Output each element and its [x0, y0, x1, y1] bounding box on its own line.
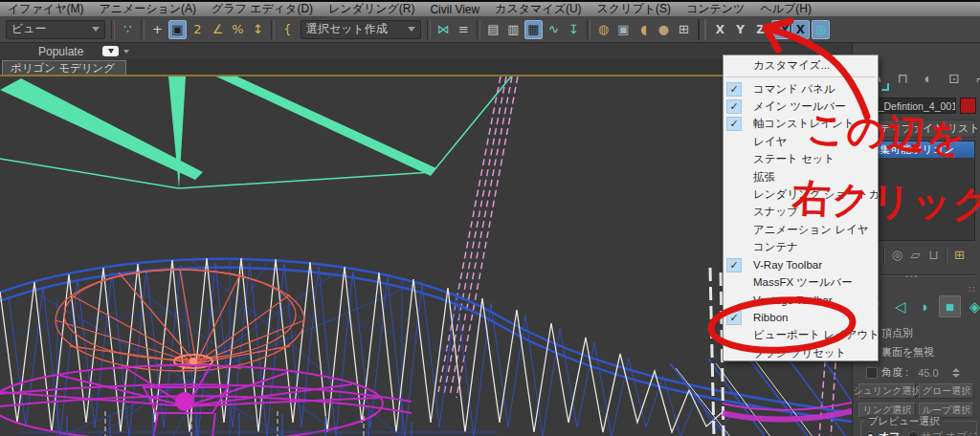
ribbon-toggle-icon[interactable]: ▦ [524, 20, 543, 39]
shrink-button[interactable]: シュリンク選択 [858, 383, 916, 399]
render-grid-icon[interactable]: ⊞ [675, 20, 693, 39]
by-angle-checkbox[interactable] [866, 367, 878, 379]
context-menu-item-6[interactable]: 拡張 [724, 168, 878, 185]
context-menu-item-11[interactable]: ✓V-Ray Toolbar [724, 256, 878, 273]
context-menu-item-13[interactable]: Vantage Toolbar [724, 292, 878, 309]
preview-selection-group: プレビュー選択 オフ サブ オブジェクト マルチ [860, 421, 977, 436]
menu-item-5[interactable]: カスタマイズ(U) [487, 1, 589, 17]
axis-z-button[interactable]: Z [751, 20, 769, 39]
menu-item-6[interactable]: スクリプト(S) [590, 1, 679, 17]
check-placeholder [726, 293, 742, 307]
rendered-frame-window-icon[interactable]: ◖ [635, 20, 653, 39]
preview-subobject-label: サブ オブジェクト [922, 429, 980, 436]
use-selection-center-icon[interactable]: ▣ [168, 20, 187, 39]
curve-editor-icon[interactable]: ∿ [545, 20, 563, 39]
snaps-toggle-2d-icon[interactable]: 2 [189, 20, 207, 39]
context-menu-item-8[interactable]: スナップ [724, 204, 878, 221]
context-menu-item-14[interactable]: ✓Ribbon [724, 309, 878, 326]
check-placeholder [726, 346, 742, 360]
context-menu-item-10[interactable]: コンテナ [724, 239, 878, 256]
chevron-down-icon[interactable] [123, 50, 129, 54]
context-menu-item-9[interactable]: アニメーション レイヤ [724, 221, 878, 238]
select-and-place-icon[interactable]: ∵ [119, 20, 137, 39]
named-selection-set-dropdown[interactable]: 選択セット作成 [301, 20, 421, 39]
ribbon-tab-populate[interactable]: Populate [38, 45, 83, 58]
polygon-subobject-icon[interactable]: ■ [939, 295, 961, 317]
context-menu-item-16[interactable]: ブラシ プリセット [724, 344, 878, 361]
menu-item-1[interactable]: アニメーション(A) [91, 1, 204, 17]
select-and-move-icon[interactable]: + [148, 20, 167, 39]
command-panel-tabs: ✎⊓◐⊡⌐ [866, 68, 980, 89]
display-tab-icon[interactable]: ⊡ [944, 68, 965, 89]
context-menu-item-3[interactable]: ✓軸コンストレイント [724, 116, 878, 133]
chevron-down-icon [92, 27, 100, 32]
render-setup-icon[interactable]: ▣ [614, 20, 633, 39]
chevron-down-icon [408, 27, 415, 32]
angle-spinner[interactable] [952, 368, 960, 378]
angle-label: 角度 : [881, 365, 908, 380]
check-placeholder [726, 205, 742, 219]
rollout-options-icon[interactable]: ∷ [969, 284, 974, 294]
edge-subobject-icon[interactable]: ◁ [889, 295, 911, 317]
context-menu-item-2[interactable]: ✓メイン ツールバー [724, 98, 878, 115]
check-placeholder [726, 275, 742, 290]
context-menu-item-7[interactable]: レンダリング ショートカット [724, 185, 878, 203]
check-placeholder [726, 152, 742, 166]
axis-y-button[interactable]: Y [731, 20, 749, 39]
check-placeholder [726, 58, 742, 73]
material-editor-icon[interactable]: ◍ [594, 20, 612, 39]
populate-minimize-icon[interactable] [102, 46, 119, 56]
axis-lock-button[interactable]: X [791, 20, 810, 39]
grow-button[interactable]: グロー選択 [919, 383, 974, 399]
angle-snap-icon[interactable]: ∠ [209, 20, 227, 39]
menu-item-7[interactable]: コンテンツ [679, 1, 752, 17]
axis-x-button[interactable]: X [711, 20, 729, 39]
context-menu-item-15[interactable]: ビューポート レイアウト タブ [724, 326, 878, 343]
context-menu-item-5[interactable]: ステート セット [724, 151, 878, 168]
show-end-result-icon[interactable]: ◎ [888, 246, 906, 264]
remove-modifier-icon[interactable]: ⊔ [924, 246, 943, 264]
modifier-stack: 編集可能ポリゴン [864, 141, 975, 241]
subobject-level-row: ∵◁◗■◈ [864, 295, 980, 317]
selection-region-circle-icon[interactable]: ◎ [812, 20, 830, 39]
preview-selection-header: プレビュー選択 [865, 415, 942, 428]
schematic-view-icon[interactable]: ↧ [565, 20, 583, 39]
preview-off-radio[interactable] [865, 431, 876, 436]
preview-off-label: オフ [879, 429, 901, 436]
menu-item-3[interactable]: レンダリング(R) [321, 1, 422, 17]
mirror-icon[interactable]: ⋈ [434, 20, 453, 39]
edit-named-selection-sets-icon[interactable]: { [278, 20, 297, 39]
spinner-snap-icon[interactable]: ↕ [249, 20, 267, 39]
axis-xy-plane-button[interactable]: XY [771, 20, 790, 39]
render-production-icon[interactable]: ● [655, 20, 673, 39]
configure-modifier-sets-icon[interactable]: ⊞ [950, 246, 969, 264]
align-icon[interactable]: ≡ [455, 20, 473, 39]
menu-item-8[interactable]: ヘルプ(H) [752, 1, 819, 17]
modifier-list-dropdown[interactable]: モディファイヤ リスト [864, 120, 975, 138]
context-menu-item-12[interactable]: MassFX ツールバー [724, 273, 878, 291]
object-color-swatch[interactable] [960, 98, 976, 114]
angle-value[interactable]: 45.0 [918, 367, 938, 379]
hierarchy-tab-icon[interactable]: ⊓ [892, 68, 913, 89]
check-icon: ✓ [726, 82, 742, 97]
context-menu-item-1[interactable]: ✓コマンド パネル [724, 80, 878, 98]
context-menu-item-0[interactable]: カスタマイズ... [724, 55, 878, 75]
view-dropdown[interactable]: ビュー [6, 20, 105, 39]
tab-polygon-modeling[interactable]: ポリゴン モデリング [2, 60, 126, 75]
context-menu-item-4[interactable]: レイヤ [724, 133, 878, 150]
motion-tab-icon[interactable]: ◐ [918, 68, 939, 89]
check-placeholder [726, 170, 742, 185]
layer-manager-icon[interactable]: ▤ [484, 20, 502, 39]
element-subobject-icon[interactable]: ◈ [964, 295, 980, 317]
border-subobject-icon[interactable]: ◗ [914, 295, 936, 317]
menu-item-4[interactable]: Civil View [422, 3, 487, 16]
scene-explorer-icon[interactable]: ▥ [504, 20, 523, 39]
stack-item-editable-poly[interactable]: 編集可能ポリゴン [865, 142, 974, 158]
menu-bar: イファイヤ(M)アニメーション(A)グラフ エディタ(D)レンダリング(R)Ci… [0, 0, 980, 16]
make-unique-icon[interactable]: ▱ [906, 246, 924, 264]
menu-item-2[interactable]: グラフ エディタ(D) [204, 1, 321, 17]
preview-subobject-radio[interactable] [908, 431, 919, 436]
utilities-tab-icon[interactable]: ⌐ [969, 68, 980, 89]
percent-snap-icon[interactable]: % [229, 20, 247, 39]
menu-item-0[interactable]: イファイヤ(M) [0, 1, 91, 17]
